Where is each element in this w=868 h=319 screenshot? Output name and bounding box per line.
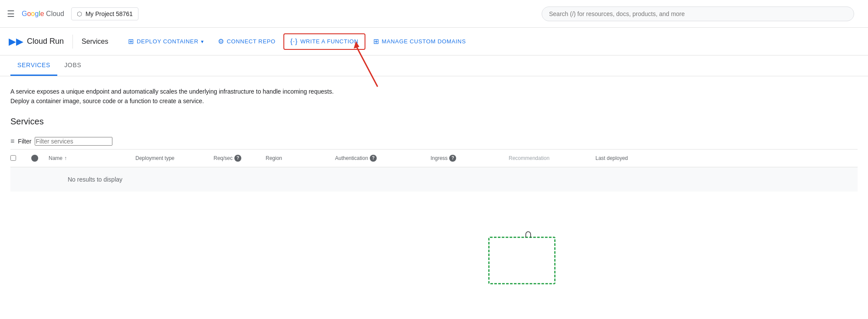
tab-services[interactable]: SERVICES (10, 55, 57, 76)
domains-icon: ⊞ (373, 37, 379, 46)
sort-icon: ↑ (64, 155, 67, 161)
manage-custom-domains-label: MANAGE CUSTOM DOMAINS (381, 38, 466, 45)
header-authentication-label: Authentication (335, 155, 368, 161)
logo-cloud: Cloud (44, 10, 64, 17)
header-region: Region (266, 155, 335, 161)
github-icon: ⚙ (218, 37, 224, 46)
project-label: My Project 58761 (85, 10, 133, 17)
secondary-nav: ▶▶ Cloud Run Services ⊞ DEPLOY CONTAINER… (0, 28, 868, 55)
no-results-text: No results to display (10, 173, 858, 186)
tab-jobs[interactable]: JOBS (57, 55, 88, 76)
ingress-help-icon[interactable]: ? (449, 155, 456, 162)
logo-o2: o (31, 10, 35, 17)
cloud-run-title: Cloud Run (27, 37, 64, 46)
write-function-button[interactable]: {·} WRITE A FUNCTION (283, 33, 365, 50)
header-reqsec: Req/sec ? (214, 155, 266, 162)
tabs-bar: SERVICES JOBS (0, 55, 868, 76)
manage-custom-domains-button[interactable]: ⊞ MANAGE CUSTOM DOMAINS (367, 34, 472, 49)
status-circle-icon (31, 155, 38, 162)
header-recommendation: Recommendation (509, 155, 595, 161)
search-input[interactable] (542, 7, 854, 21)
header-reqsec-label: Req/sec (214, 155, 233, 161)
write-function-label: WRITE A FUNCTION (300, 38, 358, 45)
cloud-run-arrow-icon: ▶▶ (9, 36, 23, 47)
services-heading: Services (10, 117, 858, 127)
header-checkbox (10, 155, 31, 161)
function-icon: {·} (290, 38, 298, 46)
filter-input[interactable] (35, 137, 112, 146)
filter-label: Filter (18, 138, 31, 145)
hamburger-menu-icon[interactable]: ☰ (7, 9, 15, 19)
nav-actions: ⊞ DEPLOY CONTAINER ▾ ⚙ CONNECT REPO {·} … (122, 33, 472, 50)
header-name-label: Name (49, 155, 62, 161)
description: A service exposes a unique endpoint and … (10, 87, 858, 106)
header-region-label: Region (266, 155, 282, 161)
header-ingress-label: Ingress (431, 155, 447, 161)
top-nav: ☰ Google Cloud ⬡ My Project 58761 (0, 0, 868, 28)
main-content: A service exposes a unique endpoint and … (0, 76, 868, 192)
table-header: Name ↑ Deployment type Req/sec ? Region … (10, 150, 858, 167)
table-container: Name ↑ Deployment type Req/sec ? Region … (10, 150, 858, 192)
header-name[interactable]: Name ↑ (49, 155, 135, 161)
header-deployment-type: Deployment type (135, 155, 214, 161)
filter-icon: ≡ (10, 137, 14, 145)
header-authentication: Authentication ? (335, 155, 431, 162)
header-last-deployed: Last deployed (595, 155, 682, 161)
cloud-run-logo: ▶▶ Cloud Run (9, 36, 64, 47)
description-line2: Deploy a container image, source code or… (10, 96, 858, 106)
header-status (31, 155, 49, 162)
connect-repo-label: CONNECT REPO (227, 38, 276, 45)
google-cloud-logo: Google Cloud (22, 10, 64, 18)
header-deployment-type-label: Deployment type (135, 155, 174, 161)
reqsec-help-icon[interactable]: ? (234, 155, 241, 162)
filter-bar: ≡ Filter (10, 133, 858, 150)
logo-g: G (22, 10, 27, 17)
table-body: No results to display (10, 167, 858, 192)
dropdown-chevron-icon: ▾ (201, 39, 204, 45)
header-recommendation-label: Recommendation (509, 155, 549, 161)
description-line1: A service exposes a unique endpoint and … (10, 87, 858, 96)
logo-e: e (40, 10, 44, 17)
deploy-container-label: DEPLOY CONTAINER (137, 38, 198, 45)
header-last-deployed-label: Last deployed (595, 155, 628, 161)
project-selector[interactable]: ⬡ My Project 58761 (71, 7, 138, 20)
deploy-container-button[interactable]: ⊞ DEPLOY CONTAINER ▾ (122, 34, 210, 49)
header-ingress: Ingress ? (431, 155, 509, 162)
select-all-checkbox[interactable] (10, 155, 16, 161)
logo-text: Google Cloud (22, 10, 64, 18)
write-function-wrapper: {·} WRITE A FUNCTION (283, 33, 365, 50)
connect-repo-button[interactable]: ⚙ CONNECT REPO (212, 34, 282, 49)
authentication-help-icon[interactable]: ? (370, 155, 377, 162)
logo-g2: g (35, 10, 39, 17)
nav-divider (72, 35, 73, 49)
project-icon: ⬡ (77, 10, 82, 17)
deploy-icon: ⊞ (128, 37, 134, 46)
nav-section-title: Services (82, 38, 108, 46)
